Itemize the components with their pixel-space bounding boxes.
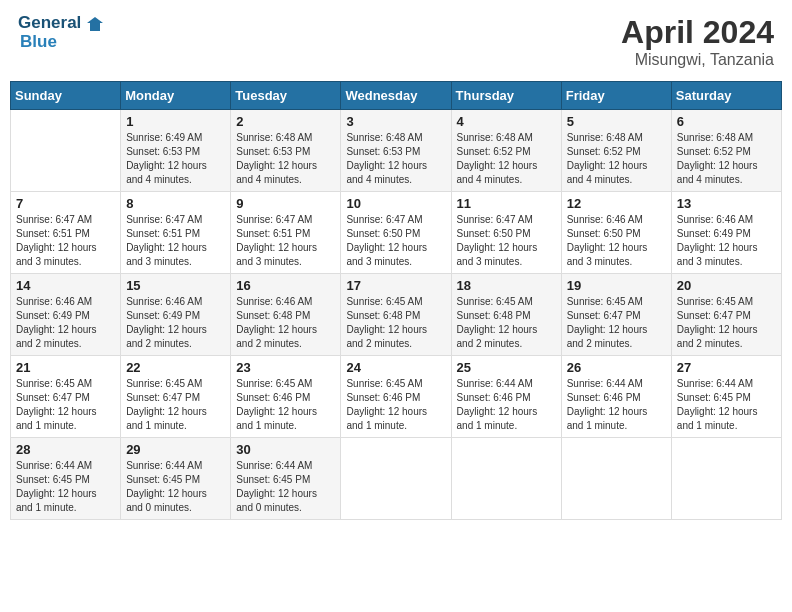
calendar-cell: 28Sunrise: 6:44 AM Sunset: 6:45 PM Dayli… — [11, 438, 121, 520]
day-number: 29 — [126, 442, 225, 457]
day-number: 13 — [677, 196, 776, 211]
calendar-cell — [341, 438, 451, 520]
calendar-cell: 22Sunrise: 6:45 AM Sunset: 6:47 PM Dayli… — [121, 356, 231, 438]
day-number: 25 — [457, 360, 556, 375]
calendar-cell: 13Sunrise: 6:46 AM Sunset: 6:49 PM Dayli… — [671, 192, 781, 274]
calendar-week-row: 28Sunrise: 6:44 AM Sunset: 6:45 PM Dayli… — [11, 438, 782, 520]
day-number: 16 — [236, 278, 335, 293]
calendar-week-row: 7Sunrise: 6:47 AM Sunset: 6:51 PM Daylig… — [11, 192, 782, 274]
day-number: 4 — [457, 114, 556, 129]
calendar-cell: 1Sunrise: 6:49 AM Sunset: 6:53 PM Daylig… — [121, 110, 231, 192]
day-info: Sunrise: 6:44 AM Sunset: 6:45 PM Dayligh… — [126, 459, 225, 515]
day-info: Sunrise: 6:44 AM Sunset: 6:45 PM Dayligh… — [16, 459, 115, 515]
calendar-cell — [671, 438, 781, 520]
calendar-cell — [561, 438, 671, 520]
calendar-cell: 14Sunrise: 6:46 AM Sunset: 6:49 PM Dayli… — [11, 274, 121, 356]
day-number: 15 — [126, 278, 225, 293]
calendar-cell: 27Sunrise: 6:44 AM Sunset: 6:45 PM Dayli… — [671, 356, 781, 438]
day-number: 17 — [346, 278, 445, 293]
day-info: Sunrise: 6:47 AM Sunset: 6:51 PM Dayligh… — [16, 213, 115, 269]
calendar-cell: 23Sunrise: 6:45 AM Sunset: 6:46 PM Dayli… — [231, 356, 341, 438]
day-number: 8 — [126, 196, 225, 211]
day-number: 2 — [236, 114, 335, 129]
day-info: Sunrise: 6:45 AM Sunset: 6:47 PM Dayligh… — [677, 295, 776, 351]
day-info: Sunrise: 6:44 AM Sunset: 6:46 PM Dayligh… — [457, 377, 556, 433]
day-number: 23 — [236, 360, 335, 375]
calendar-cell: 30Sunrise: 6:44 AM Sunset: 6:45 PM Dayli… — [231, 438, 341, 520]
calendar-cell: 4Sunrise: 6:48 AM Sunset: 6:52 PM Daylig… — [451, 110, 561, 192]
day-number: 9 — [236, 196, 335, 211]
calendar-cell — [11, 110, 121, 192]
day-number: 3 — [346, 114, 445, 129]
day-info: Sunrise: 6:45 AM Sunset: 6:48 PM Dayligh… — [346, 295, 445, 351]
day-info: Sunrise: 6:47 AM Sunset: 6:51 PM Dayligh… — [126, 213, 225, 269]
calendar-cell: 25Sunrise: 6:44 AM Sunset: 6:46 PM Dayli… — [451, 356, 561, 438]
calendar-cell: 17Sunrise: 6:45 AM Sunset: 6:48 PM Dayli… — [341, 274, 451, 356]
day-info: Sunrise: 6:48 AM Sunset: 6:52 PM Dayligh… — [677, 131, 776, 187]
day-number: 19 — [567, 278, 666, 293]
header-wednesday: Wednesday — [341, 82, 451, 110]
calendar-cell: 26Sunrise: 6:44 AM Sunset: 6:46 PM Dayli… — [561, 356, 671, 438]
day-info: Sunrise: 6:48 AM Sunset: 6:52 PM Dayligh… — [567, 131, 666, 187]
day-info: Sunrise: 6:44 AM Sunset: 6:45 PM Dayligh… — [236, 459, 335, 515]
day-info: Sunrise: 6:49 AM Sunset: 6:53 PM Dayligh… — [126, 131, 225, 187]
day-number: 10 — [346, 196, 445, 211]
header-monday: Monday — [121, 82, 231, 110]
day-info: Sunrise: 6:48 AM Sunset: 6:52 PM Dayligh… — [457, 131, 556, 187]
day-number: 27 — [677, 360, 776, 375]
day-number: 24 — [346, 360, 445, 375]
header-tuesday: Tuesday — [231, 82, 341, 110]
calendar-cell: 9Sunrise: 6:47 AM Sunset: 6:51 PM Daylig… — [231, 192, 341, 274]
header-sunday: Sunday — [11, 82, 121, 110]
day-info: Sunrise: 6:46 AM Sunset: 6:50 PM Dayligh… — [567, 213, 666, 269]
day-number: 22 — [126, 360, 225, 375]
day-info: Sunrise: 6:45 AM Sunset: 6:46 PM Dayligh… — [236, 377, 335, 433]
day-number: 7 — [16, 196, 115, 211]
day-info: Sunrise: 6:44 AM Sunset: 6:46 PM Dayligh… — [567, 377, 666, 433]
calendar-header-row: Sunday Monday Tuesday Wednesday Thursday… — [11, 82, 782, 110]
calendar-cell: 18Sunrise: 6:45 AM Sunset: 6:48 PM Dayli… — [451, 274, 561, 356]
day-number: 6 — [677, 114, 776, 129]
day-info: Sunrise: 6:48 AM Sunset: 6:53 PM Dayligh… — [346, 131, 445, 187]
calendar-week-row: 1Sunrise: 6:49 AM Sunset: 6:53 PM Daylig… — [11, 110, 782, 192]
calendar-table: Sunday Monday Tuesday Wednesday Thursday… — [10, 81, 782, 520]
calendar-week-row: 14Sunrise: 6:46 AM Sunset: 6:49 PM Dayli… — [11, 274, 782, 356]
day-info: Sunrise: 6:48 AM Sunset: 6:53 PM Dayligh… — [236, 131, 335, 187]
day-info: Sunrise: 6:45 AM Sunset: 6:47 PM Dayligh… — [567, 295, 666, 351]
day-info: Sunrise: 6:45 AM Sunset: 6:48 PM Dayligh… — [457, 295, 556, 351]
day-number: 26 — [567, 360, 666, 375]
day-info: Sunrise: 6:44 AM Sunset: 6:45 PM Dayligh… — [677, 377, 776, 433]
header-thursday: Thursday — [451, 82, 561, 110]
calendar-cell: 19Sunrise: 6:45 AM Sunset: 6:47 PM Dayli… — [561, 274, 671, 356]
day-number: 12 — [567, 196, 666, 211]
day-info: Sunrise: 6:45 AM Sunset: 6:47 PM Dayligh… — [16, 377, 115, 433]
calendar-cell: 7Sunrise: 6:47 AM Sunset: 6:51 PM Daylig… — [11, 192, 121, 274]
title-block: April 2024 Misungwi, Tanzania — [621, 14, 774, 69]
day-number: 28 — [16, 442, 115, 457]
calendar-cell: 15Sunrise: 6:46 AM Sunset: 6:49 PM Dayli… — [121, 274, 231, 356]
day-number: 1 — [126, 114, 225, 129]
day-info: Sunrise: 6:47 AM Sunset: 6:50 PM Dayligh… — [457, 213, 556, 269]
day-number: 20 — [677, 278, 776, 293]
day-info: Sunrise: 6:45 AM Sunset: 6:46 PM Dayligh… — [346, 377, 445, 433]
day-info: Sunrise: 6:46 AM Sunset: 6:48 PM Dayligh… — [236, 295, 335, 351]
header-friday: Friday — [561, 82, 671, 110]
calendar-cell: 11Sunrise: 6:47 AM Sunset: 6:50 PM Dayli… — [451, 192, 561, 274]
day-info: Sunrise: 6:46 AM Sunset: 6:49 PM Dayligh… — [16, 295, 115, 351]
day-info: Sunrise: 6:46 AM Sunset: 6:49 PM Dayligh… — [126, 295, 225, 351]
calendar-cell: 21Sunrise: 6:45 AM Sunset: 6:47 PM Dayli… — [11, 356, 121, 438]
calendar-cell: 3Sunrise: 6:48 AM Sunset: 6:53 PM Daylig… — [341, 110, 451, 192]
day-info: Sunrise: 6:46 AM Sunset: 6:49 PM Dayligh… — [677, 213, 776, 269]
day-info: Sunrise: 6:45 AM Sunset: 6:47 PM Dayligh… — [126, 377, 225, 433]
calendar-cell: 12Sunrise: 6:46 AM Sunset: 6:50 PM Dayli… — [561, 192, 671, 274]
day-number: 5 — [567, 114, 666, 129]
calendar-cell — [451, 438, 561, 520]
day-number: 30 — [236, 442, 335, 457]
page-header: General Blue April 2024 Misungwi, Tanzan… — [10, 10, 782, 73]
day-number: 21 — [16, 360, 115, 375]
day-number: 14 — [16, 278, 115, 293]
calendar-subtitle: Misungwi, Tanzania — [621, 51, 774, 69]
calendar-cell: 2Sunrise: 6:48 AM Sunset: 6:53 PM Daylig… — [231, 110, 341, 192]
header-saturday: Saturday — [671, 82, 781, 110]
calendar-cell: 24Sunrise: 6:45 AM Sunset: 6:46 PM Dayli… — [341, 356, 451, 438]
